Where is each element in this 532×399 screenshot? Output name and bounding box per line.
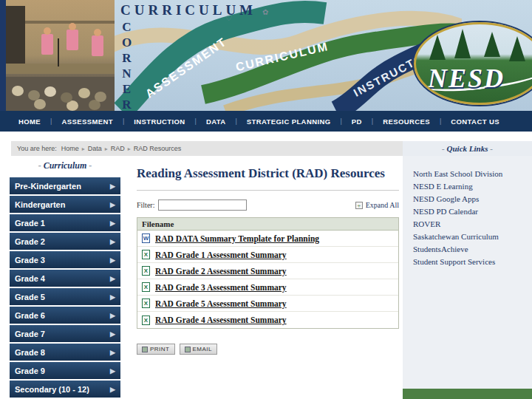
table-row: X RAD Grade 2 Assessment Summary [137,263,398,279]
quick-link-studentsachieve[interactable]: StudentsAchieve [413,243,532,256]
breadcrumb-prefix: You are here: [17,145,57,152]
breadcrumb-item: RAD Resources [132,145,183,152]
quick-links-heading-box: Quick Links [403,141,532,156]
sidebar-item-label: Grade 3 [15,256,45,265]
chevron-right-icon: ▶ [110,219,115,227]
page: CURRICULUM CORNER ♡ ✿ ASSESSMENT CURRICU… [0,0,532,399]
svg-text:✿: ✿ [262,8,268,16]
sidebar-item-secondary-10-12[interactable]: Secondary (10 - 12) ▶ [10,381,120,398]
quick-link-rover[interactable]: ROVER [413,218,532,231]
filter-row: Filter: Expand All [137,200,399,211]
quick-links-list: North East School Division NESD E Learni… [413,168,532,268]
sidebar-item-grade-7[interactable]: Grade 7 ▶ [10,325,120,342]
quick-links-panel: North East School Division NESD E Learni… [403,156,532,399]
nav-item: RESOURCES | [373,117,441,126]
breadcrumb-link[interactable]: Home [60,145,81,152]
file-link[interactable]: RAD Grade 2 Assessment Summary [155,267,287,276]
nav-item-label[interactable]: HOME [9,117,50,126]
expand-all-button[interactable]: Expand All [355,201,399,209]
nav-item: PD | [342,117,373,126]
sidebar-item-label: Pre-Kindergarten [15,182,81,191]
print-button[interactable]: Print [137,344,175,355]
nav-item: INSTRUCTION | [124,117,197,126]
breadcrumb-item: RAD ▸ [109,145,132,152]
table-row: X RAD Grade 5 Assessment Summary [137,296,398,312]
chevron-right-icon: ▶ [110,330,115,338]
quick-link-north-east-school-division[interactable]: North East School Division [413,168,532,180]
page-title: Reading Assessment District (RAD) Resour… [137,166,399,191]
sidebar-item-grade-1[interactable]: Grade 1 ▶ [10,214,120,231]
sidebar-item-label: Grade 9 [15,366,45,375]
banner: CURRICULUM CORNER ♡ ✿ ASSESSMENT CURRICU… [0,0,532,111]
file-link[interactable]: RAD DATA Summary Template for Planning [155,234,319,243]
chevron-right-icon: ▶ [110,183,115,190]
nav-item-label[interactable]: RESOURCES [373,117,440,126]
table-row: X RAD Grade 1 Assessment Summary [137,247,398,263]
quick-link-nesd-google-apps[interactable]: NESD Google Apps [413,193,532,205]
chevron-right-icon: ▶ [110,386,115,393]
sidebar-item-grade-3[interactable]: Grade 3 ▶ [10,251,120,268]
breadcrumb-item: Home ▸ [60,145,86,152]
breadcrumb-link[interactable]: Data [86,145,103,152]
nav-item: DATA | [197,117,237,126]
breadcrumb: You are here: Home ▸ Data ▸ RAD ▸ RAD Re… [11,141,403,156]
quick-link-nesd-pd-calendar[interactable]: NESD PD Calendar [413,205,532,218]
nav-item-label[interactable]: PD [342,117,372,126]
tree-icon [429,35,446,60]
file-link[interactable]: RAD Grade 5 Assessment Summary [155,299,287,308]
excel-icon: X [142,299,150,308]
chevron-right-icon: ▶ [110,256,115,264]
banner-left-edge [0,0,6,111]
nav-item: ASSESSMENT | [52,117,124,126]
file-table-header: Filename [137,218,398,231]
site-title-side: CORNER [119,20,134,110]
sidebar-item-grade-8[interactable]: Grade 8 ▶ [10,344,120,361]
file-link[interactable]: RAD Grade 3 Assessment Summary [155,283,287,292]
chevron-right-icon: ▶ [110,275,115,282]
quick-link-saskatchewan-curriculum[interactable]: Saskatchewan Curriculum [413,231,532,243]
logo-text: NESD [428,63,505,94]
email-button[interactable]: Email [180,344,218,355]
chevron-right-icon: ▶ [110,238,115,245]
breadcrumb-strip: You are here: Home ▸ Data ▸ RAD ▸ RAD Re… [0,141,532,156]
word-icon: W [142,233,150,243]
nav-item: HOME | [9,117,52,126]
sidebar-item-kindergarten[interactable]: Kindergarten ▶ [10,196,120,213]
expand-all-label: Expand All [366,201,399,209]
sidebar-item-label: Kindergarten [15,200,65,209]
excel-icon: X [142,250,150,259]
sidebar-item-grade-6[interactable]: Grade 6 ▶ [10,307,120,324]
sidebar-item-grade-4[interactable]: Grade 4 ▶ [10,270,120,287]
sidebar-item-label: Grade 6 [15,311,45,320]
quick-link-nesd-e-learning[interactable]: NESD E Learning [413,180,532,193]
excel-icon: X [142,316,150,325]
excel-icon: X [142,266,150,276]
nav-item-label[interactable]: DATA [197,117,236,126]
file-link[interactable]: RAD Grade 4 Assessment Summary [155,316,287,324]
file-table: Filename W RAD DATA Summary Template for… [137,217,399,329]
tree-icon [484,32,500,57]
breadcrumb-link: RAD Resources [132,145,183,152]
tree-icon [454,29,471,58]
excel-icon: X [142,282,150,292]
sidebar-item-label: Grade 8 [15,348,45,357]
breadcrumb-list: Home ▸ Data ▸ RAD ▸ RAD Resources [60,145,183,152]
site-title-top: CURRICULUM [120,2,256,18]
nav-item-label[interactable]: ASSESSMENT [52,117,122,126]
breadcrumb-arrow-icon: ▸ [126,146,132,152]
sidebar-item-label: Grade 4 [15,274,45,283]
green-footer [403,389,532,399]
sidebar-item-grade-5[interactable]: Grade 5 ▶ [10,288,120,305]
sidebar-item-grade-9[interactable]: Grade 9 ▶ [10,362,120,379]
nav-item-label[interactable]: INSTRUCTION [124,117,194,126]
breadcrumb-link[interactable]: RAD [109,145,126,152]
sidebar-item-grade-2[interactable]: Grade 2 ▶ [10,233,120,250]
breadcrumb-item: Data ▸ [86,145,109,152]
filter-input[interactable] [158,200,247,211]
sidebar-item-pre-kindergarten[interactable]: Pre-Kindergarten ▶ [10,177,120,194]
quick-link-student-support-services[interactable]: Student Support Services [413,256,532,268]
sidebar-item-label: Secondary (10 - 12) [15,385,89,394]
nav-item-label[interactable]: CONTACT US [441,117,509,126]
nav-item-label[interactable]: STRATEGIC PLANNING [237,117,341,126]
file-link[interactable]: RAD Grade 1 Assessment Summary [155,250,287,259]
